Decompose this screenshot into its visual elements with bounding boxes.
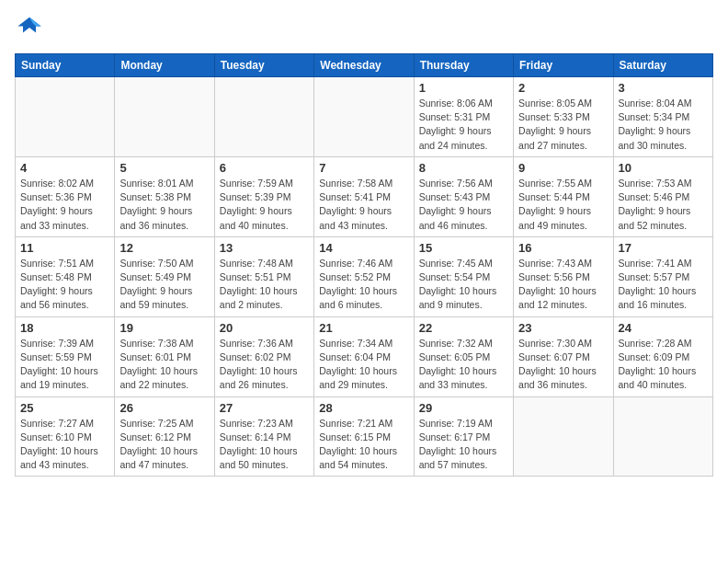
day-info: Sunrise: 7:28 AMSunset: 6:09 PMDaylight:… xyxy=(619,337,708,393)
calendar-cell: 17Sunrise: 7:41 AMSunset: 5:57 PMDayligh… xyxy=(613,236,712,316)
day-number: 4 xyxy=(20,161,109,175)
calendar-cell: 18Sunrise: 7:39 AMSunset: 5:59 PMDayligh… xyxy=(16,316,115,396)
weekday-header-friday: Friday xyxy=(514,54,613,77)
day-info: Sunrise: 8:04 AMSunset: 5:34 PMDaylight:… xyxy=(619,97,708,153)
day-info: Sunrise: 7:48 AMSunset: 5:51 PMDaylight:… xyxy=(220,257,309,313)
calendar-cell xyxy=(514,396,613,477)
day-number: 14 xyxy=(319,241,408,255)
day-info: Sunrise: 7:58 AMSunset: 5:41 PMDaylight:… xyxy=(319,177,408,233)
day-info: Sunrise: 7:23 AMSunset: 6:14 PMDaylight:… xyxy=(220,417,309,473)
day-number: 13 xyxy=(220,241,309,255)
day-number: 16 xyxy=(518,241,608,255)
calendar-table: SundayMondayTuesdayWednesdayThursdayFrid… xyxy=(15,53,713,477)
day-info: Sunrise: 7:30 AMSunset: 6:07 PMDaylight:… xyxy=(518,337,608,393)
calendar-cell: 2Sunrise: 8:05 AMSunset: 5:33 PMDaylight… xyxy=(514,77,613,157)
day-info: Sunrise: 7:51 AMSunset: 5:48 PMDaylight:… xyxy=(20,257,109,313)
logo-bird-icon xyxy=(17,15,42,40)
calendar-cell: 26Sunrise: 7:25 AMSunset: 6:12 PMDayligh… xyxy=(115,396,214,477)
calendar-cell: 14Sunrise: 7:46 AMSunset: 5:52 PMDayligh… xyxy=(314,236,414,316)
calendar-body: 1Sunrise: 8:06 AMSunset: 5:31 PMDaylight… xyxy=(16,77,713,477)
calendar-cell xyxy=(115,77,214,157)
weekday-header-monday: Monday xyxy=(115,54,214,77)
day-info: Sunrise: 7:32 AMSunset: 6:05 PMDaylight:… xyxy=(419,337,508,393)
day-info: Sunrise: 7:21 AMSunset: 6:15 PMDaylight:… xyxy=(319,417,408,473)
calendar-cell: 22Sunrise: 7:32 AMSunset: 6:05 PMDayligh… xyxy=(414,316,513,396)
calendar-cell: 15Sunrise: 7:45 AMSunset: 5:54 PMDayligh… xyxy=(414,236,513,316)
calendar-cell: 29Sunrise: 7:19 AMSunset: 6:17 PMDayligh… xyxy=(414,396,513,477)
calendar-cell: 4Sunrise: 8:02 AMSunset: 5:36 PMDaylight… xyxy=(16,156,115,236)
day-number: 11 xyxy=(20,241,109,255)
day-number: 7 xyxy=(319,161,408,175)
day-number: 5 xyxy=(119,161,209,175)
calendar-cell: 8Sunrise: 7:56 AMSunset: 5:43 PMDaylight… xyxy=(414,156,513,236)
day-info: Sunrise: 7:41 AMSunset: 5:57 PMDaylight:… xyxy=(619,257,708,313)
day-info: Sunrise: 7:19 AMSunset: 6:17 PMDaylight:… xyxy=(419,417,508,473)
day-number: 12 xyxy=(119,241,209,255)
day-number: 19 xyxy=(119,321,209,335)
calendar-cell xyxy=(16,77,115,157)
day-info: Sunrise: 7:27 AMSunset: 6:10 PMDaylight:… xyxy=(20,417,109,473)
day-info: Sunrise: 8:06 AMSunset: 5:31 PMDaylight:… xyxy=(419,97,508,153)
day-info: Sunrise: 8:05 AMSunset: 5:33 PMDaylight:… xyxy=(518,97,608,153)
calendar-cell: 21Sunrise: 7:34 AMSunset: 6:04 PMDayligh… xyxy=(314,316,414,396)
week-row-2: 4Sunrise: 8:02 AMSunset: 5:36 PMDaylight… xyxy=(16,156,713,236)
day-number: 3 xyxy=(619,81,708,95)
calendar-cell: 11Sunrise: 7:51 AMSunset: 5:48 PMDayligh… xyxy=(16,236,115,316)
day-number: 22 xyxy=(419,321,508,335)
day-info: Sunrise: 8:01 AMSunset: 5:38 PMDaylight:… xyxy=(119,177,209,233)
day-number: 20 xyxy=(220,321,309,335)
calendar-cell: 1Sunrise: 8:06 AMSunset: 5:31 PMDaylight… xyxy=(414,77,513,157)
calendar-cell: 12Sunrise: 7:50 AMSunset: 5:49 PMDayligh… xyxy=(115,236,214,316)
logo xyxy=(15,15,46,44)
day-info: Sunrise: 7:34 AMSunset: 6:04 PMDaylight:… xyxy=(319,337,408,393)
day-info: Sunrise: 7:53 AMSunset: 5:46 PMDaylight:… xyxy=(619,177,708,233)
day-number: 6 xyxy=(220,161,309,175)
weekday-header-thursday: Thursday xyxy=(414,54,513,77)
calendar-cell: 9Sunrise: 7:55 AMSunset: 5:44 PMDaylight… xyxy=(514,156,613,236)
week-row-4: 18Sunrise: 7:39 AMSunset: 5:59 PMDayligh… xyxy=(16,316,713,396)
week-row-1: 1Sunrise: 8:06 AMSunset: 5:31 PMDaylight… xyxy=(16,77,713,157)
weekday-header-wednesday: Wednesday xyxy=(314,54,414,77)
calendar-cell: 13Sunrise: 7:48 AMSunset: 5:51 PMDayligh… xyxy=(214,236,313,316)
calendar-cell: 5Sunrise: 8:01 AMSunset: 5:38 PMDaylight… xyxy=(115,156,214,236)
calendar-cell: 3Sunrise: 8:04 AMSunset: 5:34 PMDaylight… xyxy=(613,77,712,157)
day-info: Sunrise: 7:36 AMSunset: 6:02 PMDaylight:… xyxy=(220,337,309,393)
day-info: Sunrise: 7:59 AMSunset: 5:39 PMDaylight:… xyxy=(220,177,309,233)
calendar-header: SundayMondayTuesdayWednesdayThursdayFrid… xyxy=(16,54,713,77)
day-number: 15 xyxy=(419,241,508,255)
calendar-cell: 10Sunrise: 7:53 AMSunset: 5:46 PMDayligh… xyxy=(613,156,712,236)
weekday-header-row: SundayMondayTuesdayWednesdayThursdayFrid… xyxy=(16,54,713,77)
week-row-5: 25Sunrise: 7:27 AMSunset: 6:10 PMDayligh… xyxy=(16,396,713,477)
weekday-header-sunday: Sunday xyxy=(16,54,115,77)
day-number: 10 xyxy=(619,161,708,175)
day-number: 25 xyxy=(20,401,109,415)
day-number: 9 xyxy=(518,161,608,175)
week-row-3: 11Sunrise: 7:51 AMSunset: 5:48 PMDayligh… xyxy=(16,236,713,316)
calendar-cell: 20Sunrise: 7:36 AMSunset: 6:02 PMDayligh… xyxy=(214,316,313,396)
calendar-cell xyxy=(613,396,712,477)
calendar-cell: 23Sunrise: 7:30 AMSunset: 6:07 PMDayligh… xyxy=(514,316,613,396)
day-number: 21 xyxy=(319,321,408,335)
day-number: 23 xyxy=(518,321,608,335)
day-number: 2 xyxy=(518,81,608,95)
weekday-header-tuesday: Tuesday xyxy=(214,54,313,77)
day-number: 28 xyxy=(319,401,408,415)
weekday-header-saturday: Saturday xyxy=(613,54,712,77)
day-info: Sunrise: 7:55 AMSunset: 5:44 PMDaylight:… xyxy=(518,177,608,233)
day-info: Sunrise: 7:25 AMSunset: 6:12 PMDaylight:… xyxy=(119,417,209,473)
day-number: 24 xyxy=(619,321,708,335)
day-info: Sunrise: 7:46 AMSunset: 5:52 PMDaylight:… xyxy=(319,257,408,313)
calendar-cell: 28Sunrise: 7:21 AMSunset: 6:15 PMDayligh… xyxy=(314,396,414,477)
day-info: Sunrise: 7:50 AMSunset: 5:49 PMDaylight:… xyxy=(119,257,209,313)
day-info: Sunrise: 7:43 AMSunset: 5:56 PMDaylight:… xyxy=(518,257,608,313)
day-number: 8 xyxy=(419,161,508,175)
calendar-cell xyxy=(314,77,414,157)
calendar-cell: 19Sunrise: 7:38 AMSunset: 6:01 PMDayligh… xyxy=(115,316,214,396)
calendar-cell: 24Sunrise: 7:28 AMSunset: 6:09 PMDayligh… xyxy=(613,316,712,396)
day-number: 29 xyxy=(419,401,508,415)
day-info: Sunrise: 7:45 AMSunset: 5:54 PMDaylight:… xyxy=(419,257,508,313)
page-header xyxy=(15,15,713,44)
day-number: 27 xyxy=(220,401,309,415)
day-number: 26 xyxy=(119,401,209,415)
calendar-cell: 7Sunrise: 7:58 AMSunset: 5:41 PMDaylight… xyxy=(314,156,414,236)
